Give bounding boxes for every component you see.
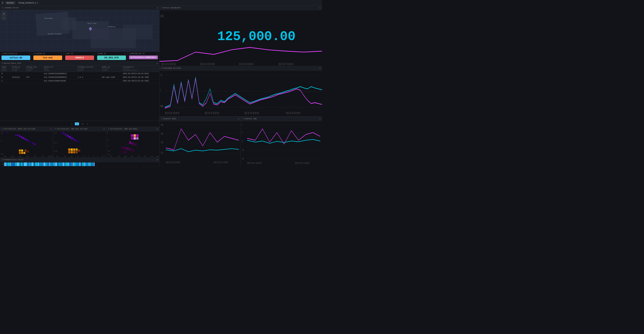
conn-seg	[30, 162, 31, 166]
rssi-airtime-header: ⠿ Correlation: RSSI and Airtime ⚙	[0, 127, 53, 131]
snr-dots-icon: ⠿	[242, 118, 244, 120]
next-page-button[interactable]: ›	[86, 122, 89, 126]
conn-seg	[44, 162, 45, 166]
snr-airtime-gear-icon[interactable]: ⚙	[104, 128, 105, 130]
bandwidth-chart-svg: 125k 2022-02-01 00:00:00 2022-02-03 00:0…	[160, 10, 322, 66]
svg-rect-7	[19, 135, 20, 137]
badge-close-icon-2[interactable]: ✕	[61, 53, 62, 55]
badge-dots-icon-3: ⠿	[65, 53, 66, 55]
svg-rect-11	[26, 139, 28, 141]
svg-rect-12	[28, 140, 30, 142]
conn-seg	[4, 162, 5, 166]
badge-close-icon[interactable]: ✕	[29, 53, 30, 55]
map-zoom-controls[interactable]: + −	[2, 12, 6, 20]
conn-seg	[73, 162, 74, 166]
conn-seg	[81, 162, 82, 166]
bandwidth-gear-icon[interactable]: ⚙	[319, 7, 320, 9]
connectivity-dots-icon: ⠿	[2, 158, 3, 161]
meta-gear-icon[interactable]: ⚙	[156, 62, 158, 65]
conn-seg	[35, 162, 38, 166]
table-cell: 1	[0, 79, 11, 83]
svg-rect-8	[21, 136, 22, 138]
svg-text:2022-02-04 21:00:00: 2022-02-04 21:00:00	[295, 162, 309, 165]
meta-table: tableUNIQUESTRING brand_idNO GROUPSTRING…	[0, 66, 159, 83]
conn-seg	[69, 162, 70, 166]
channel-snr-header: ⠿ Channel SNR ⚙	[241, 117, 322, 121]
snr-rssi-svg: 5 0 -5 -10 -15	[106, 131, 159, 158]
airtime-gear-icon[interactable]: ⚙	[319, 67, 320, 70]
dropdown-arrow-icon: ▾	[37, 2, 38, 4]
svg-text:1: 1	[1, 140, 2, 142]
application-id-title: ⠿ APPLICATION ID	[2, 53, 17, 55]
conn-seg	[57, 162, 58, 166]
table-cell: 0	[0, 72, 11, 76]
map-pin	[89, 27, 92, 31]
svg-text:500m: 500m	[160, 105, 163, 108]
col-model-id: model_idNO GROUPSTRING	[100, 66, 121, 72]
bandwidth-title: Device Bandwidth	[163, 7, 181, 9]
badge-close-icon-4[interactable]: ✕	[125, 53, 126, 55]
svg-rect-71	[136, 137, 138, 139]
conn-seg	[46, 162, 47, 166]
map-land-5	[123, 25, 152, 39]
band-id-value: EU_863_870	[97, 56, 126, 60]
svg-text:0.25: 0.25	[54, 150, 58, 152]
bucket-label[interactable]: bucket	[5, 1, 16, 5]
rssi-airtime-gear-icon[interactable]: ⚙	[50, 128, 52, 130]
snr-rssi-gear-icon[interactable]: ⚙	[156, 128, 158, 130]
svg-text:2022-02-01 00:00:00: 2022-02-01 00:00:00	[165, 112, 179, 115]
svg-text:-15: -15	[107, 154, 110, 156]
svg-text:2022-02-01 00:00:00: 2022-02-01 00:00:00	[161, 63, 176, 66]
table-cell: 2022-02-03T14:03:04.651Z	[122, 72, 159, 76]
prev-page-button[interactable]: ‹	[70, 122, 74, 126]
conn-seg	[42, 162, 43, 166]
svg-text:-125: -125	[26, 156, 29, 157]
svg-text:0: 0	[242, 131, 242, 134]
svg-rect-72	[129, 141, 131, 144]
svg-rect-77	[124, 147, 126, 149]
svg-text:1.5: 1.5	[1, 132, 4, 134]
svg-text:-10: -10	[242, 149, 244, 152]
lorawan-gear-icon[interactable]: ⚙	[156, 7, 158, 9]
svg-text:2022-02-04 18:00:00: 2022-02-04 18:00:00	[166, 161, 180, 164]
airtime-chart-svg: 1.5 1 500m 2022-02-01 00:00:00 2022-02-0…	[160, 71, 322, 116]
svg-text:-105: -105	[160, 132, 163, 135]
connectivity-gear-icon[interactable]: ⚙	[156, 159, 158, 161]
snr-airtime-title: Correlation: SNR and Airtime	[57, 128, 87, 130]
svg-text:125k: 125k	[160, 14, 164, 18]
svg-text:-110: -110	[150, 156, 153, 157]
page-1-button[interactable]: 1	[75, 122, 79, 125]
rssi-dots-icon: ⠿	[161, 118, 162, 120]
svg-text:2022-02-05 00:00:00: 2022-02-05 00:00:00	[239, 63, 253, 66]
page-2-button[interactable]: 2	[80, 122, 84, 125]
conn-seg	[90, 162, 91, 166]
menu-icon[interactable]: ☰	[2, 1, 4, 4]
conn-seg	[27, 162, 28, 166]
table-header-row: tableUNIQUESTRING brand_idNO GROUPSTRING…	[0, 66, 159, 72]
channel-snr-gear-icon[interactable]: ⚙	[319, 118, 320, 120]
channel-rssi-gear-icon[interactable]: ⚙	[238, 118, 239, 120]
bucket-selector[interactable]: thing_network_s ▾	[17, 1, 40, 5]
svg-text:-120: -120	[33, 156, 36, 157]
svg-text:2022-02-07 00:00:00: 2022-02-07 00:00:00	[279, 63, 293, 66]
conn-seg	[82, 162, 84, 166]
svg-text:2022-02-04 21:00:00: 2022-02-04 21:00:00	[214, 161, 228, 164]
net-id-badge: ⠿ NET ID ✕ 000013	[64, 52, 96, 61]
rssi-airtime-title: Correlation: RSSI and Airtime	[4, 128, 35, 130]
rssi-airtime-body: 1.5 1 0.5	[0, 131, 53, 158]
badge-close-icon-5[interactable]: ✕	[157, 53, 158, 55]
zoom-out-button[interactable]: −	[2, 16, 6, 20]
svg-text:-2: -2	[93, 156, 94, 157]
svg-text:-20: -20	[56, 156, 58, 157]
map-label-uk: United Kingdom	[48, 33, 62, 35]
table-cell: 2022-02-03T13:51:46.492Z	[122, 79, 159, 83]
zoom-in-button[interactable]: +	[2, 12, 6, 16]
channel-snr-section: ⠿ Channel SNR ⚙ 5 0 -5 -10 -15	[241, 117, 322, 167]
conn-label-1: 2022-02-01 00:00:00	[1, 166, 17, 167]
snr-airtime-svg: 1.5 0.5 0.25	[53, 131, 106, 158]
map-label-north-sea: North Sea	[88, 23, 96, 25]
svg-rect-18	[19, 152, 21, 154]
col-received-at: received_atNO GROUPDATETIME:RFC3339	[122, 66, 159, 72]
bottom-charts-row: ⠿ Correlation: RSSI and Airtime ⚙ 1.5 1 …	[0, 127, 159, 158]
badge-close-icon-3[interactable]: ✕	[93, 53, 94, 55]
